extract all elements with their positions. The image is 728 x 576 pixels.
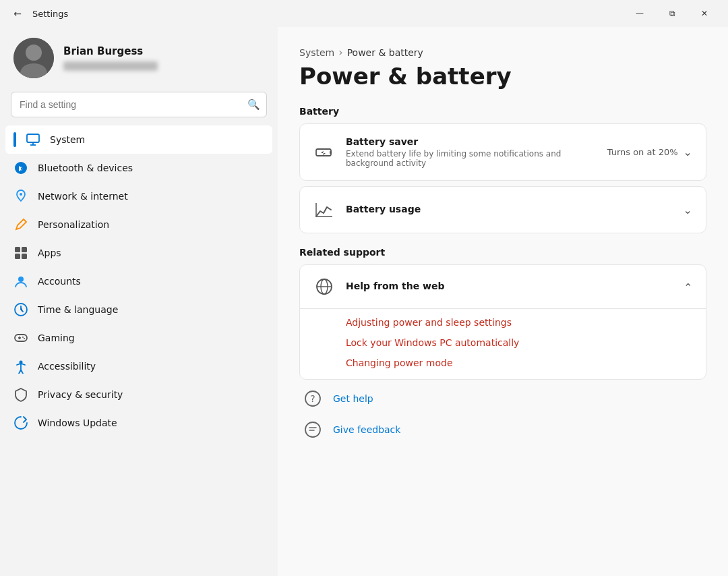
gaming-nav-icon — [13, 330, 28, 345]
sidebar-item-update[interactable]: Windows Update — [5, 409, 272, 437]
avatar — [13, 38, 54, 78]
svg-rect-9 — [22, 247, 27, 252]
sidebar-item-apps[interactable]: Apps — [5, 239, 272, 267]
svg-point-18 — [24, 338, 25, 339]
nav-list: SystemBluetooth & devicesNetwork & inter… — [0, 123, 278, 576]
svg-text:?: ? — [310, 393, 315, 404]
svg-point-12 — [18, 277, 24, 282]
sidebar-item-bluetooth[interactable]: Bluetooth & devices — [5, 154, 272, 182]
svg-rect-10 — [15, 254, 20, 259]
network-nav-label: Network & internet — [38, 191, 264, 202]
user-info: Brian Burgess — [63, 45, 158, 71]
time-nav-label: Time & language — [38, 304, 264, 315]
battery-usage-title: Battery usage — [346, 204, 673, 214]
svg-point-1 — [26, 45, 42, 61]
page-title: Power & battery — [299, 63, 706, 90]
help-link-2[interactable]: Changing power mode — [346, 357, 692, 368]
help-chevron-wrap: ⌄ — [684, 281, 692, 293]
update-nav-icon — [13, 415, 28, 430]
search-input[interactable] — [11, 92, 267, 117]
help-from-web-card: Help from the web ⌄ Adjusting power and … — [299, 264, 706, 380]
battery-saver-text: Battery saver Extend battery life by lim… — [346, 136, 597, 168]
gaming-nav-label: Gaming — [38, 333, 264, 343]
back-icon: ← — [13, 8, 22, 19]
breadcrumb-parent[interactable]: System — [299, 47, 334, 58]
battery-section-label: Battery — [299, 106, 706, 117]
get-help-label: Get help — [333, 393, 373, 404]
battery-saver-status-text: Turns on at 20% — [607, 147, 678, 157]
battery-usage-text: Battery usage — [346, 204, 673, 217]
close-icon: ✕ — [701, 9, 708, 18]
sidebar-item-accessibility[interactable]: Accessibility — [5, 352, 272, 380]
accounts-nav-label: Accounts — [38, 276, 264, 287]
sidebar-item-network[interactable]: Network & internet — [5, 182, 272, 210]
sidebar-item-gaming[interactable]: Gaming — [5, 324, 272, 352]
get-help-icon: ? — [302, 388, 324, 409]
time-nav-icon — [13, 302, 28, 317]
sidebar-item-time[interactable]: Time & language — [5, 295, 272, 324]
search-icon: 🔍 — [247, 98, 260, 111]
sidebar-item-system[interactable]: System — [5, 125, 272, 154]
accounts-nav-icon — [13, 274, 28, 289]
apps-nav-icon — [13, 246, 28, 260]
sidebar-item-accounts[interactable]: Accounts — [5, 267, 272, 295]
battery-usage-card: Battery usage ⌄ — [299, 186, 706, 233]
svg-point-29 — [305, 422, 320, 437]
give-feedback-label: Give feedback — [333, 424, 400, 435]
svg-rect-11 — [22, 254, 27, 259]
system-nav-icon — [26, 132, 40, 147]
active-indicator — [13, 132, 16, 147]
sidebar: Brian Burgess 🔍 SystemBluetooth & device… — [0, 27, 278, 576]
help-from-web-header[interactable]: Help from the web ⌄ — [300, 265, 706, 309]
titlebar: ← Settings — ⧉ ✕ — [0, 0, 728, 27]
svg-rect-20 — [330, 151, 332, 154]
svg-rect-3 — [27, 134, 39, 142]
app-title: Settings — [32, 9, 624, 19]
back-button[interactable]: ← — [8, 4, 27, 23]
svg-point-17 — [22, 337, 24, 338]
privacy-nav-icon — [13, 387, 28, 402]
battery-usage-icon — [313, 199, 335, 221]
battery-saver-row[interactable]: Battery saver Extend battery life by lim… — [300, 124, 706, 180]
restore-button[interactable]: ⧉ — [657, 3, 688, 24]
breadcrumb-current: Power & battery — [347, 47, 423, 58]
personalization-nav-label: Personalization — [38, 219, 264, 230]
restore-icon: ⧉ — [669, 9, 675, 18]
breadcrumb: System › Power & battery — [299, 46, 706, 59]
accessibility-nav-icon — [13, 359, 28, 374]
help-link-1[interactable]: Lock your Windows PC automatically — [346, 337, 692, 348]
user-email — [63, 61, 158, 71]
help-chevron-up: ⌄ — [684, 281, 692, 293]
minimize-icon: — — [636, 9, 644, 18]
personalization-nav-icon — [13, 217, 28, 232]
bluetooth-nav-label: Bluetooth & devices — [38, 163, 264, 173]
svg-rect-8 — [15, 247, 20, 252]
svg-point-7 — [20, 193, 22, 196]
bluetooth-nav-icon — [13, 161, 28, 175]
search-box: 🔍 — [11, 92, 267, 117]
battery-saver-chevron: ⌄ — [684, 146, 692, 159]
help-title: Help from the web — [346, 281, 673, 291]
battery-saver-title: Battery saver — [346, 136, 597, 147]
battery-usage-row[interactable]: Battery usage ⌄ — [300, 187, 706, 233]
help-title-text: Help from the web — [346, 281, 673, 293]
give-feedback-action[interactable]: Give feedback — [302, 419, 704, 440]
user-name: Brian Burgess — [63, 45, 158, 57]
give-feedback-icon — [302, 419, 324, 440]
get-help-action[interactable]: ? Get help — [302, 388, 704, 409]
close-button[interactable]: ✕ — [689, 3, 720, 24]
help-links-list: Adjusting power and sleep settingsLock y… — [300, 309, 706, 379]
help-icon — [313, 276, 335, 297]
minimize-button[interactable]: — — [624, 3, 655, 24]
battery-saver-status: Turns on at 20% ⌄ — [607, 146, 692, 159]
window-controls: — ⧉ ✕ — [624, 3, 720, 24]
main-panel: System › Power & battery Power & battery… — [278, 27, 728, 576]
battery-saver-subtitle: Extend battery life by limiting some not… — [346, 149, 597, 168]
apps-nav-label: Apps — [38, 248, 264, 258]
help-link-0[interactable]: Adjusting power and sleep settings — [346, 317, 692, 328]
battery-saver-card: Battery saver Extend battery life by lim… — [299, 123, 706, 181]
sidebar-item-privacy[interactable]: Privacy & security — [5, 380, 272, 409]
related-support-label: Related support — [299, 247, 706, 258]
system-nav-label: System — [50, 134, 264, 145]
sidebar-item-personalization[interactable]: Personalization — [5, 210, 272, 239]
